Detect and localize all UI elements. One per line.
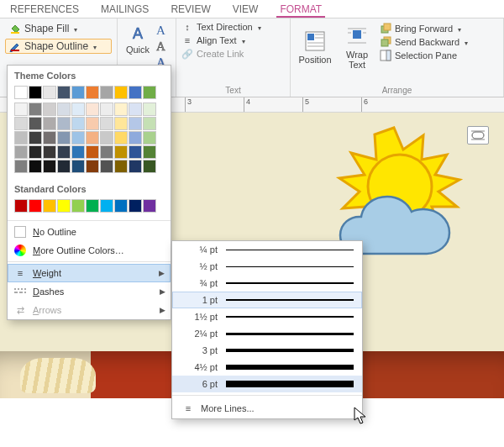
color-swatch[interactable] (143, 131, 156, 145)
bring-forward-button[interactable]: Bring Forward (380, 23, 468, 34)
color-swatch[interactable] (129, 86, 142, 99)
color-swatch[interactable] (71, 117, 85, 130)
color-swatch[interactable] (114, 103, 128, 116)
color-swatch[interactable] (29, 145, 42, 159)
color-swatch[interactable] (14, 117, 28, 130)
color-swatch[interactable] (57, 86, 71, 99)
text-direction-button[interactable]: ↕Text Direction (181, 21, 285, 33)
color-swatch[interactable] (129, 103, 142, 116)
color-swatch[interactable] (129, 117, 142, 130)
color-swatch[interactable] (29, 160, 42, 173)
color-swatch[interactable] (57, 103, 71, 116)
color-swatch[interactable] (100, 160, 113, 173)
color-swatch[interactable] (129, 145, 142, 159)
color-swatch[interactable] (143, 160, 156, 173)
send-backward-button[interactable]: Send Backward (380, 36, 468, 48)
color-swatch[interactable] (143, 199, 156, 213)
text-fill-icon[interactable]: A (156, 24, 165, 38)
no-outline-item[interactable]: No Outline (8, 223, 171, 241)
color-swatch[interactable] (14, 131, 28, 145)
color-swatch[interactable] (100, 117, 113, 130)
weight-option[interactable]: 6 pt (172, 376, 362, 392)
color-swatch[interactable] (86, 145, 99, 159)
color-swatch[interactable] (114, 199, 128, 213)
color-swatch[interactable] (100, 86, 113, 99)
color-swatch[interactable] (129, 199, 142, 213)
color-swatch[interactable] (14, 160, 28, 173)
color-swatch[interactable] (114, 86, 128, 99)
color-swatch[interactable] (143, 103, 156, 116)
tab-review[interactable]: REVIEW (167, 3, 213, 18)
weight-option[interactable]: 3 pt (172, 342, 362, 359)
color-swatch[interactable] (71, 160, 85, 173)
color-swatch[interactable] (143, 117, 156, 130)
color-swatch[interactable] (29, 86, 42, 99)
color-swatch[interactable] (86, 160, 99, 173)
color-swatch[interactable] (14, 86, 28, 99)
tab-view[interactable]: VIEW (229, 3, 262, 18)
color-swatch[interactable] (29, 199, 42, 213)
color-swatch[interactable] (86, 199, 99, 213)
weight-option[interactable]: 1½ pt (172, 308, 362, 325)
color-swatch[interactable] (29, 117, 42, 130)
weight-option[interactable]: ¼ pt (172, 241, 362, 258)
more-lines-item[interactable]: ≡More Lines... (172, 398, 362, 418)
color-swatch[interactable] (14, 103, 28, 116)
color-swatch[interactable] (43, 131, 56, 145)
weight-item[interactable]: ≡Weight▶ (8, 264, 171, 282)
color-swatch[interactable] (14, 145, 28, 159)
color-swatch[interactable] (114, 131, 128, 145)
text-outline-icon[interactable]: A (156, 39, 165, 54)
color-swatch[interactable] (71, 145, 85, 159)
color-swatch[interactable] (43, 160, 56, 173)
color-swatch[interactable] (86, 131, 99, 145)
color-swatch[interactable] (114, 117, 128, 130)
tab-references[interactable]: REFERENCES (7, 3, 82, 18)
color-swatch[interactable] (57, 117, 71, 130)
wrap-text-button[interactable]: Wrap Text (338, 21, 376, 73)
color-swatch[interactable] (57, 160, 71, 173)
color-swatch[interactable] (143, 145, 156, 159)
color-swatch[interactable] (57, 131, 71, 145)
align-text-button[interactable]: ≡Align Text (181, 34, 285, 46)
color-swatch[interactable] (71, 199, 85, 213)
color-swatch[interactable] (100, 131, 113, 145)
selection-pane-button[interactable]: Selection Pane (380, 50, 468, 61)
tab-format[interactable]: FORMAT (276, 3, 325, 18)
color-swatch[interactable] (43, 103, 56, 116)
color-swatch[interactable] (86, 117, 99, 130)
color-swatch[interactable] (57, 199, 71, 213)
color-swatch[interactable] (129, 131, 142, 145)
color-swatch[interactable] (100, 199, 113, 213)
color-swatch[interactable] (71, 86, 85, 99)
color-swatch[interactable] (86, 103, 99, 116)
weight-option[interactable]: 4½ pt (172, 359, 362, 376)
color-swatch[interactable] (43, 117, 56, 130)
color-swatch[interactable] (100, 103, 113, 116)
shape-outline-button[interactable]: Shape Outline (5, 39, 112, 54)
color-swatch[interactable] (143, 86, 156, 99)
color-swatch[interactable] (129, 160, 142, 173)
color-swatch[interactable] (86, 86, 99, 99)
weight-option[interactable]: ½ pt (172, 258, 362, 275)
color-swatch[interactable] (29, 131, 42, 145)
weight-option[interactable]: 1 pt (172, 292, 362, 308)
color-swatch[interactable] (71, 103, 85, 116)
color-swatch[interactable] (14, 199, 28, 213)
color-swatch[interactable] (29, 103, 42, 116)
color-swatch[interactable] (114, 160, 128, 173)
tab-mailings[interactable]: MAILINGS (97, 3, 152, 18)
more-outline-colors-item[interactable]: More Outline Colors… (8, 241, 171, 260)
weight-option[interactable]: ¾ pt (172, 275, 362, 292)
weight-option[interactable]: 2¼ pt (172, 325, 362, 342)
color-swatch[interactable] (43, 145, 56, 159)
color-swatch[interactable] (71, 131, 85, 145)
color-swatch[interactable] (57, 145, 71, 159)
quick-styles-button[interactable]: A Quick (123, 21, 153, 58)
position-button[interactable]: Position (296, 21, 334, 73)
color-swatch[interactable] (114, 145, 128, 159)
color-swatch[interactable] (43, 199, 56, 213)
create-link-button[interactable]: 🔗Create Link (181, 48, 285, 60)
shape-fill-button[interactable]: Shape Fill (5, 21, 112, 36)
color-swatch[interactable] (100, 145, 113, 159)
